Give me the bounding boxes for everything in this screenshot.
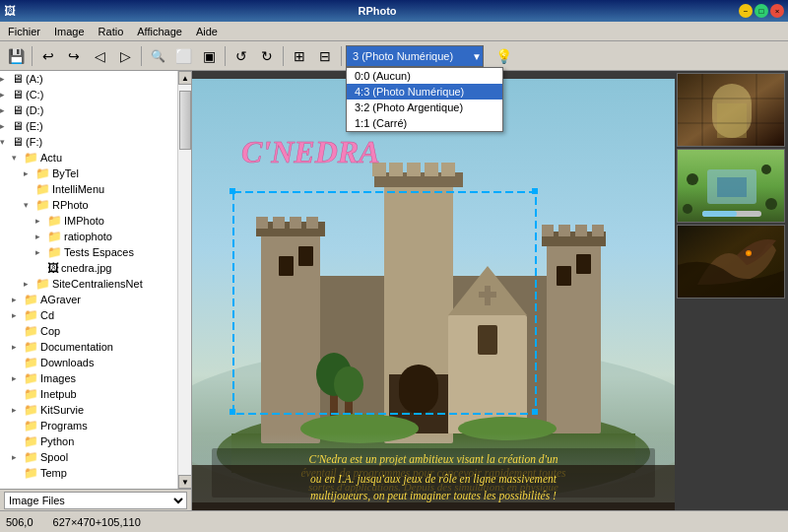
tree-item[interactable]: 📁Programs [0,418,177,433]
tree-toggle[interactable]: ▸ [24,168,35,178]
close-button[interactable]: × [770,4,784,18]
tree-item[interactable]: ▸🖥(D:) [0,102,177,118]
file-tree: ▸🖥(A:)▸🖥(C:)▸🖥(D:)▸🖥(E:)▾🖥(F:)▾📁Actu▸📁By… [0,71,177,489]
view2-icon: ▣ [203,48,216,64]
ratio-option-3[interactable]: 1:1 (Carré) [347,115,502,131]
svg-rect-45 [230,188,235,194]
tree-item[interactable]: 📁Cop [0,323,177,339]
maximize-button[interactable]: □ [755,4,768,18]
tree-toggle[interactable]: ▸ [0,105,12,115]
svg-rect-14 [542,225,554,236]
save-button[interactable]: 💾 [4,44,28,68]
tree-item[interactable]: 📁Inetpub [0,386,177,402]
grid2-button[interactable]: ⊟ [313,44,337,68]
redo-button[interactable]: ↪ [62,44,86,68]
menu-image[interactable]: Image [48,24,91,39]
tree-toggle[interactable]: ▾ [12,153,24,163]
tree-item[interactable]: ▸📁ratiophoto [0,229,177,244]
svg-rect-29 [479,292,496,298]
svg-rect-11 [306,217,318,229]
back-button[interactable]: ◁ [88,44,111,68]
tree-item[interactable]: ▸🖥(A:) [0,71,177,87]
tree-toggle[interactable]: ▾ [24,200,35,210]
tree-item[interactable]: ▾📁Actu [0,150,177,166]
tree-item-icon: 📁 [24,387,38,401]
svg-rect-9 [273,217,285,229]
thumbnail-2[interactable] [677,149,785,223]
toolbar-separator-2 [141,46,142,66]
tree-toggle[interactable]: ▸ [0,90,12,100]
tree-item[interactable]: 🖼cnedra.jpg [0,260,177,276]
menu-aide[interactable]: Aide [190,24,224,39]
thumbnail-3[interactable] [677,225,785,299]
tree-item[interactable]: ▸🖥(C:) [0,87,177,102]
menu-affichage[interactable]: Affichage [131,24,188,39]
thumbnail-1[interactable] [677,73,785,147]
tree-item[interactable]: 📁Downloads [0,355,177,370]
tree-toggle[interactable]: ▸ [12,452,24,462]
tree-item[interactable]: ▸📁SiteCentraliensNet [0,276,177,292]
tree-item[interactable]: ▸📁IMPhoto [0,213,177,229]
tree-item-label: KitSurvie [40,404,84,416]
zoom-button[interactable]: 🔍 [146,44,169,68]
rotate-ccw-button[interactable]: ↺ [230,44,253,68]
ratio-option-2[interactable]: 3:2 (Photo Argentique) [347,100,502,115]
zoom-icon: 🔍 [151,49,165,63]
tree-item[interactable]: ▾🖥(F:) [0,134,177,150]
tree-item[interactable]: ▸📁KitSurvie [0,402,177,418]
tree-item[interactable]: ▸📁AGraver [0,292,177,307]
tree-toggle[interactable]: ▸ [35,232,47,241]
tree-toggle[interactable]: ▾ [0,137,12,147]
scrollbar-thumb[interactable] [179,91,191,150]
ratio-dropdown-container[interactable]: 3 (Photo Numérique) ▼ 0:0 (Aucun) 4:3 (P… [346,45,484,67]
tree-toggle[interactable]: ▸ [0,74,12,84]
tree-item-label: RPhoto [52,199,89,211]
file-filter-select[interactable]: Image Files [4,492,187,509]
tree-item[interactable]: 📁IntelliMenu [0,181,177,197]
tree-item[interactable]: ▸📁Cd [0,307,177,323]
tree-item[interactable]: ▸📁Images [0,370,177,386]
tree-item[interactable]: ▾📁RPhoto [0,197,177,213]
minimize-button[interactable]: − [739,4,753,18]
scrollbar-up-arrow[interactable]: ▲ [178,71,191,85]
ratio-option-0[interactable]: 0:0 (Aucun) [347,68,502,84]
tree-item[interactable]: 📁Python [0,433,177,449]
tree-toggle[interactable]: ▸ [12,310,24,320]
file-tree-scrollbar[interactable]: ▲ ▼ [177,71,191,489]
tree-item-icon: 📁 [24,356,38,369]
svg-text:C'NEDRA: C'NEDRA [241,134,379,169]
view1-button[interactable]: ⬜ [171,44,195,68]
status-coords: 506,0 [6,516,33,528]
undo-button[interactable]: ↩ [36,44,60,68]
tree-toggle[interactable]: ▸ [24,279,35,289]
tree-item[interactable]: ▸📁Spool [0,449,177,465]
tree-item[interactable]: 📁Temp [0,465,177,481]
tree-item[interactable]: ▸📁ByTel [0,166,177,181]
ratio-selected-display[interactable]: 3 (Photo Numérique) [346,45,484,67]
tree-toggle[interactable]: ▸ [12,405,24,415]
rotate-cw-button[interactable]: ↻ [255,44,279,68]
svg-point-65 [765,198,777,210]
tree-toggle[interactable]: ▸ [12,373,24,383]
ratio-option-1[interactable]: 4:3 (Photo Numérique) [347,84,502,100]
tree-item[interactable]: ▸📁Documentation [0,339,177,355]
svg-point-64 [761,165,771,174]
svg-point-63 [687,173,698,185]
undo-icon: ↩ [42,48,54,64]
tree-toggle[interactable]: ▸ [35,247,47,257]
tree-toggle[interactable]: ▸ [12,295,24,304]
bulb-button[interactable]: 💡 [492,44,515,68]
view2-button[interactable]: ▣ [197,44,221,68]
tree-item[interactable]: ▸📁Tests Espaces [0,244,177,260]
grid1-button[interactable]: ⊞ [288,44,311,68]
tree-item-label: Spool [40,451,68,463]
tree-toggle[interactable]: ▸ [35,216,47,226]
menu-ratio[interactable]: Ratio [93,24,130,39]
title-bar-buttons: − □ × [739,4,784,18]
tree-toggle[interactable]: ▸ [12,342,24,352]
menu-fichier[interactable]: Fichier [2,24,46,39]
tree-toggle[interactable]: ▸ [0,121,12,131]
tree-item[interactable]: ▸🖥(E:) [0,118,177,134]
scrollbar-down-arrow[interactable]: ▼ [178,475,191,489]
forward-button[interactable]: ▷ [113,44,137,68]
